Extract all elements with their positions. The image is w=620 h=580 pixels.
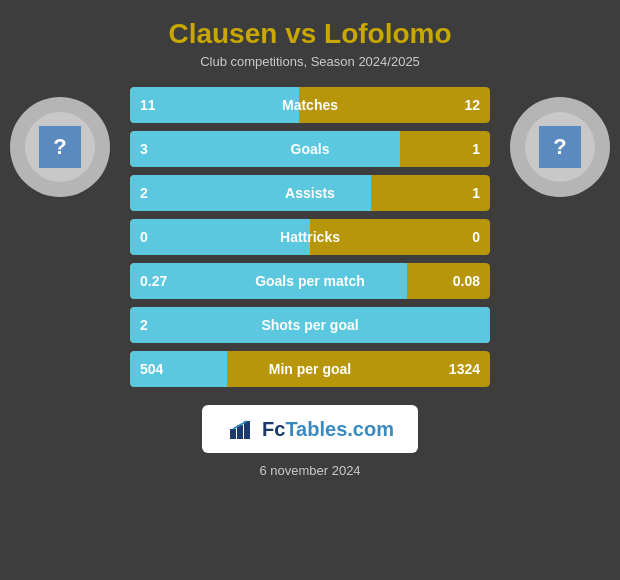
stat-right-value: 1: [440, 185, 490, 201]
stat-label: Shots per goal: [180, 317, 440, 333]
svg-rect-1: [230, 429, 236, 439]
stat-left-value: 11: [130, 97, 180, 113]
stat-right-value: 12: [440, 97, 490, 113]
stat-label: Assists: [180, 185, 440, 201]
stat-row: 504Min per goal1324: [130, 351, 490, 387]
stat-label: Goals per match: [180, 273, 440, 289]
stat-row: 11Matches12: [130, 87, 490, 123]
svg-rect-3: [244, 421, 250, 439]
match-subtitle: Club competitions, Season 2024/2025: [200, 54, 420, 69]
stat-row: 0.27Goals per match0.08: [130, 263, 490, 299]
stat-label: Hattricks: [180, 229, 440, 245]
stats-bars: 11Matches123Goals12Assists10Hattricks00.…: [130, 87, 490, 387]
stat-right-value: 0: [440, 229, 490, 245]
stat-right-value: 0.08: [440, 273, 490, 289]
stat-right-value: 1324: [440, 361, 490, 377]
stat-right-value: 1: [440, 141, 490, 157]
main-container: Clausen vs Lofolomo Club competitions, S…: [0, 0, 620, 580]
stat-row: 3Goals1: [130, 131, 490, 167]
stat-left-value: 2: [130, 185, 180, 201]
stat-row: 0Hattricks0: [130, 219, 490, 255]
stat-left-value: 0: [130, 229, 180, 245]
stat-left-value: 504: [130, 361, 180, 377]
stat-label: Matches: [180, 97, 440, 113]
avatar-left: ?: [0, 97, 110, 197]
stat-label: Goals: [180, 141, 440, 157]
stat-row: 2Assists1: [130, 175, 490, 211]
logo-text: FcTables.com: [262, 418, 394, 441]
stat-left-value: 0.27: [130, 273, 180, 289]
footer-date: 6 november 2024: [259, 463, 360, 478]
stat-row: 2Shots per goal: [130, 307, 490, 343]
fctables-logo: FcTables.com: [202, 405, 418, 453]
stat-label: Min per goal: [180, 361, 440, 377]
stat-left-value: 2: [130, 317, 180, 333]
logo-icon: [226, 415, 254, 443]
match-title: Clausen vs Lofolomo: [168, 18, 451, 50]
avatar-right: ?: [510, 97, 620, 197]
stat-left-value: 3: [130, 141, 180, 157]
